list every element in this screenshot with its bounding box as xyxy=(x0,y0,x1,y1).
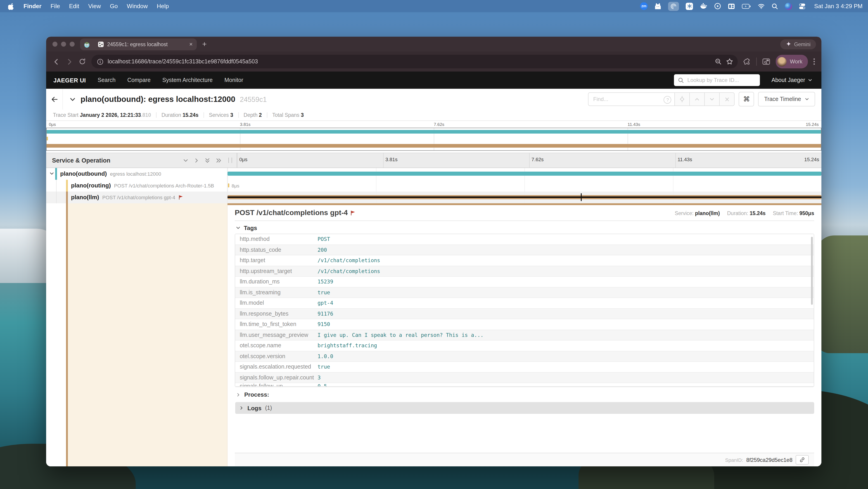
find-box[interactable]: ? xyxy=(588,92,675,106)
menu-item-file[interactable]: File xyxy=(46,3,64,9)
tag-row[interactable]: otel.scope.namebrightstaff.tracing xyxy=(235,341,814,351)
tag-row[interactable]: signals.follow_up.repair.count3 xyxy=(235,372,814,383)
tag-row[interactable]: llm.modelgpt-4 xyxy=(235,298,814,309)
reload-icon[interactable] xyxy=(79,58,86,65)
site-info-icon[interactable] xyxy=(97,58,103,65)
find-help-icon[interactable]: ? xyxy=(664,96,672,104)
span-row-outbound[interactable]: plano(outbound) egress localhost:12000 xyxy=(46,168,822,180)
url-bar[interactable]: localhost:16686/trace/24559c1fc313bc1e98… xyxy=(91,55,738,68)
span-bar-routing[interactable] xyxy=(228,183,229,188)
tag-row[interactable]: llm.response_bytes91176 xyxy=(235,309,814,319)
window-zoom-button[interactable] xyxy=(70,42,74,47)
copy-link-button[interactable] xyxy=(796,455,809,465)
view-mode-dropdown[interactable]: Trace Timeline xyxy=(758,92,815,107)
trace-lookup-box[interactable] xyxy=(674,74,760,86)
play-circle-icon[interactable] xyxy=(714,3,721,9)
nav-link-compare[interactable]: Compare xyxy=(127,77,151,83)
spotlight-search-icon[interactable] xyxy=(772,3,778,9)
window-tiling-icon[interactable] xyxy=(728,3,735,9)
tag-row[interactable]: http.upstream_target/v1/chat/completions xyxy=(235,266,814,277)
tags-scrollbar[interactable] xyxy=(811,237,813,305)
span-name-cell[interactable]: plano(llm) POST /v1/chat/completions gpt… xyxy=(46,192,227,203)
menu-item-help[interactable]: Help xyxy=(152,3,174,9)
minimap-canvas[interactable] xyxy=(46,128,822,151)
bookmark-star-icon[interactable] xyxy=(726,58,733,65)
span-bar-cell[interactable]: 8μs xyxy=(227,180,822,192)
span-row-llm[interactable]: plano(llm) POST /v1/chat/completions gpt… xyxy=(46,192,822,203)
span-name-cell[interactable]: plano(routing) POST /v1/chat/completions… xyxy=(46,180,227,192)
span-bar-outbound[interactable] xyxy=(227,172,822,176)
menu-item-window[interactable]: Window xyxy=(122,3,152,9)
tab-close-icon[interactable]: × xyxy=(189,41,193,47)
nav-link-system-architecture[interactable]: System Architecture xyxy=(162,77,213,83)
span-name-cell[interactable]: plano(outbound) egress localhost:12000 xyxy=(46,168,227,180)
back-to-search-button[interactable] xyxy=(46,89,63,110)
menu-item-view[interactable]: View xyxy=(84,3,105,9)
menu-item-go[interactable]: Go xyxy=(105,3,122,9)
zoom-out-page-icon[interactable] xyxy=(715,58,722,65)
screen-recording-icon[interactable] xyxy=(668,2,679,11)
chevron-down-icon[interactable] xyxy=(183,157,189,163)
gemini-button[interactable]: Gemini xyxy=(780,39,816,49)
clear-find-button[interactable] xyxy=(720,92,735,106)
tag-row-clipped[interactable]: signals.follow_up…0.5… xyxy=(235,383,814,387)
tags-accordion-header[interactable]: Tags xyxy=(235,224,814,234)
find-input[interactable] xyxy=(589,96,675,102)
trace-title-group[interactable]: plano(outbound): egress localhost:12000 … xyxy=(63,94,267,104)
minimap-range-selector[interactable] xyxy=(46,128,822,151)
about-jaeger-menu[interactable]: About Jaeger xyxy=(771,77,812,83)
chevron-right-icon[interactable] xyxy=(194,157,199,163)
column-resize-handle[interactable] xyxy=(228,157,232,163)
tag-row[interactable]: otel.scope.version1.0.0 xyxy=(235,351,814,362)
forward-icon[interactable] xyxy=(66,58,73,65)
double-chevron-down-icon[interactable] xyxy=(205,157,210,164)
siri-icon[interactable] xyxy=(785,2,792,10)
collapse-children-chevron-icon[interactable] xyxy=(49,171,54,176)
control-center-icon[interactable] xyxy=(799,3,806,9)
apple-menu-icon[interactable] xyxy=(8,2,14,10)
process-accordion-header[interactable]: Process: xyxy=(235,387,814,399)
span-bar-llm[interactable] xyxy=(227,195,822,199)
snowflake-app-icon[interactable] xyxy=(686,2,693,10)
collapse-header-chevron-icon[interactable] xyxy=(69,96,76,103)
back-icon[interactable] xyxy=(53,58,60,65)
zoom-app-icon[interactable]: zm xyxy=(640,2,648,10)
docker-icon[interactable] xyxy=(700,3,707,9)
battery-icon[interactable] xyxy=(742,3,751,9)
focus-span-button[interactable] xyxy=(675,92,690,106)
log-marker-tick[interactable] xyxy=(581,193,582,201)
browser-menu-icon[interactable] xyxy=(813,58,815,65)
browser-tab-active[interactable]: 24559c1: egress localhost × xyxy=(94,38,197,50)
prev-result-button[interactable] xyxy=(690,92,705,106)
tag-row[interactable]: llm.user_message_previewI give up. Can I… xyxy=(235,330,814,341)
tag-row[interactable]: http.target/v1/chat/completions xyxy=(235,255,814,266)
logs-accordion-header[interactable]: Logs (1) xyxy=(235,402,814,414)
new-tab-button[interactable]: + xyxy=(202,39,207,49)
span-bar-cell[interactable] xyxy=(227,168,822,180)
side-search-icon[interactable] xyxy=(762,58,770,65)
profile-chip[interactable]: Work xyxy=(776,55,808,68)
tag-row[interactable]: http.methodPOST xyxy=(235,234,814,245)
menu-clock[interactable]: Sat Jan 3 4:29 PM xyxy=(814,3,863,9)
trace-lookup-input[interactable] xyxy=(686,77,755,84)
span-bar-cell[interactable] xyxy=(227,192,822,203)
window-minimize-button[interactable] xyxy=(61,42,66,47)
tag-row[interactable]: signals.escalation.requestedtrue xyxy=(235,362,814,372)
tag-row[interactable]: llm.is_streamingtrue xyxy=(235,287,814,298)
pinned-tab-gopher[interactable] xyxy=(80,38,94,50)
menu-item-edit[interactable]: Edit xyxy=(64,3,84,9)
nav-link-monitor[interactable]: Monitor xyxy=(224,77,243,83)
tag-row[interactable]: llm.time_to_first_token9150 xyxy=(235,319,814,330)
ollama-icon[interactable] xyxy=(654,2,661,10)
tag-row[interactable]: http.status_code200 xyxy=(235,245,814,255)
url-text[interactable]: localhost:16686/trace/24559c1fc313bc1e98… xyxy=(107,58,711,65)
trace-minimap[interactable]: 0μs 3.81s 7.62s 11.43s 15.24s xyxy=(46,121,822,153)
menu-app-name[interactable]: Finder xyxy=(19,3,46,9)
jaeger-brand[interactable]: JAEGER UI xyxy=(53,77,86,84)
wifi-icon[interactable] xyxy=(757,3,765,9)
next-result-button[interactable] xyxy=(705,92,720,106)
keyboard-shortcuts-button[interactable]: ⌘ xyxy=(739,92,754,107)
nav-link-search[interactable]: Search xyxy=(98,77,116,83)
window-close-button[interactable] xyxy=(53,42,57,47)
tag-row[interactable]: llm.duration_ms15239 xyxy=(235,277,814,287)
